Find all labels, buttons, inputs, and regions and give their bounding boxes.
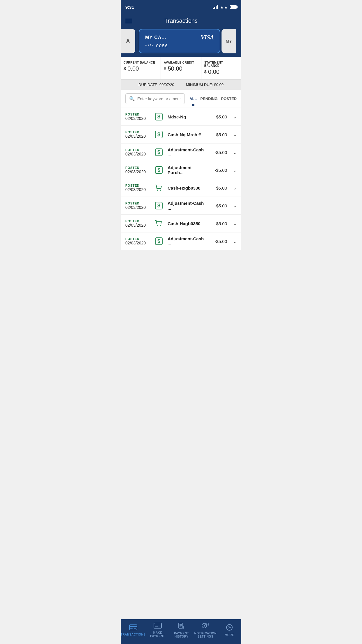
available-credit: AVAILABLE CREDIT $ 50.00 bbox=[161, 57, 201, 79]
txn-date-col: POSTED 02/03/2020 bbox=[125, 219, 150, 228]
filter-tab-posted[interactable]: POSTED bbox=[221, 95, 237, 102]
card-brand: VISA bbox=[201, 34, 214, 41]
chevron-down-icon: ⌄ bbox=[233, 150, 237, 155]
chevron-down-icon: ⌄ bbox=[233, 221, 237, 226]
svg-text:$: $ bbox=[157, 149, 160, 155]
txn-status: POSTED bbox=[125, 219, 150, 223]
svg-point-12 bbox=[157, 225, 158, 226]
txn-amount: -$5.00 bbox=[210, 203, 227, 208]
txn-status: POSTED bbox=[125, 148, 150, 152]
battery-icon bbox=[230, 5, 237, 9]
txn-status: POSTED bbox=[125, 113, 150, 116]
txn-date: 02/03/2020 bbox=[125, 169, 150, 174]
previous-card[interactable]: A bbox=[121, 29, 135, 53]
txn-amount: -$5.00 bbox=[210, 168, 227, 173]
txn-amount: $5.00 bbox=[210, 114, 227, 119]
txn-name: Cash-Hxgb0330 bbox=[168, 186, 206, 190]
transaction-item[interactable]: POSTED 02/03/2020 $ Mdse-Nq $5.00 ⌄ bbox=[121, 108, 241, 126]
statement-balance: STATEMENT BALANCE $ 0.00 bbox=[201, 57, 241, 79]
due-date-bar: DUE DATE: 09/07/20 MINIMUM DUE: $0.00 bbox=[121, 80, 241, 90]
txn-date-col: POSTED 02/03/2020 bbox=[125, 166, 150, 174]
filter-tab-all[interactable]: ALL bbox=[189, 95, 197, 102]
current-balance: CURRENT BALANCE $ 0.00 bbox=[121, 57, 161, 79]
txn-icon: $ bbox=[154, 147, 164, 158]
balance-row: CURRENT BALANCE $ 0.00 AVAILABLE CREDIT … bbox=[121, 57, 241, 80]
chevron-down-icon: ⌄ bbox=[233, 114, 237, 120]
status-time: 9:31 bbox=[125, 5, 134, 10]
transaction-item[interactable]: POSTED 02/03/2020 $ Cash-Nq Mrch # $5.00… bbox=[121, 126, 241, 144]
txn-name: Cash-Nq Mrch # bbox=[168, 132, 206, 137]
txn-icon: $ bbox=[154, 200, 164, 211]
active-card[interactable]: MY CA... VISA **** 0056 bbox=[139, 29, 220, 53]
svg-text:$: $ bbox=[157, 114, 160, 120]
txn-date: 02/03/2020 bbox=[125, 187, 150, 192]
svg-point-13 bbox=[160, 225, 161, 226]
txn-icon: $ bbox=[154, 165, 164, 175]
txn-date: 02/03/2020 bbox=[125, 152, 150, 156]
filter-tabs: ALL PENDING POSTED bbox=[189, 95, 237, 102]
txn-amount: $5.00 bbox=[210, 186, 227, 190]
transaction-item[interactable]: POSTED 02/03/2020 $ Adjustment-Purch... … bbox=[121, 161, 241, 179]
txn-date-col: POSTED 02/03/2020 bbox=[125, 148, 150, 156]
search-input[interactable] bbox=[137, 97, 181, 101]
txn-amount: -$5.00 bbox=[210, 239, 227, 244]
next-card[interactable]: MY bbox=[222, 29, 236, 53]
wifi-icon: ▲▲ bbox=[220, 5, 228, 9]
txn-status: POSTED bbox=[125, 130, 150, 134]
chevron-down-icon: ⌄ bbox=[233, 132, 237, 137]
transaction-item[interactable]: POSTED 02/03/2020 $ Adjustment-Cash ... … bbox=[121, 144, 241, 161]
txn-amount: $5.00 bbox=[210, 221, 227, 226]
transaction-item[interactable]: POSTED 02/03/2020 Cash-Hxgb0350 $5.00 ⌄ bbox=[121, 215, 241, 232]
svg-text:$: $ bbox=[157, 203, 160, 209]
filter-tab-pending[interactable]: PENDING bbox=[200, 95, 217, 102]
card-carousel[interactable]: A MY CA... VISA **** 0056 MY bbox=[121, 29, 241, 57]
txn-status: POSTED bbox=[125, 237, 150, 241]
chevron-down-icon: ⌄ bbox=[233, 185, 237, 191]
menu-button[interactable] bbox=[125, 19, 132, 23]
txn-icon: $ bbox=[154, 236, 164, 246]
txn-icon bbox=[154, 183, 164, 193]
chevron-down-icon: ⌄ bbox=[233, 203, 237, 209]
app-header: Transactions bbox=[121, 13, 241, 29]
txn-icon: $ bbox=[154, 129, 164, 140]
txn-status: POSTED bbox=[125, 202, 150, 205]
txn-name: Mdse-Nq bbox=[168, 114, 206, 119]
transaction-item[interactable]: POSTED 02/03/2020 $ Adjustment-Cash ... … bbox=[121, 232, 241, 250]
txn-date-col: POSTED 02/03/2020 bbox=[125, 237, 150, 245]
txn-icon bbox=[154, 218, 164, 229]
txn-date-col: POSTED 02/03/2020 bbox=[125, 130, 150, 139]
txn-name: Adjustment-Purch... bbox=[168, 165, 206, 175]
search-filter-row: 🔍 ALL PENDING POSTED bbox=[121, 90, 241, 108]
svg-point-8 bbox=[157, 190, 158, 191]
search-icon: 🔍 bbox=[129, 96, 135, 102]
txn-status: POSTED bbox=[125, 166, 150, 169]
transaction-item[interactable]: POSTED 02/03/2020 Cash-Hxgb0330 $5.00 ⌄ bbox=[121, 179, 241, 197]
txn-date: 02/03/2020 bbox=[125, 223, 150, 228]
page-title: Transactions bbox=[164, 18, 198, 24]
svg-text:$: $ bbox=[157, 167, 160, 173]
txn-date-col: POSTED 02/03/2020 bbox=[125, 113, 150, 121]
card-name: MY CA... bbox=[145, 35, 166, 40]
txn-date: 02/03/2020 bbox=[125, 116, 150, 121]
txn-name: Cash-Hxgb0350 bbox=[168, 221, 206, 226]
txn-name: Adjustment-Cash ... bbox=[168, 147, 206, 157]
txn-amount: -$5.00 bbox=[210, 150, 227, 155]
minimum-due: MINIMUM DUE: $0.00 bbox=[186, 83, 224, 87]
search-box[interactable]: 🔍 bbox=[125, 93, 185, 104]
txn-amount: $5.00 bbox=[210, 132, 227, 137]
transaction-item[interactable]: POSTED 02/03/2020 $ Adjustment-Cash ... … bbox=[121, 197, 241, 215]
due-date: DUE DATE: 09/07/20 bbox=[138, 83, 174, 87]
svg-text:$: $ bbox=[157, 238, 160, 244]
txn-date-col: POSTED 02/03/2020 bbox=[125, 202, 150, 210]
txn-name: Adjustment-Cash ... bbox=[168, 201, 206, 211]
chevron-down-icon: ⌄ bbox=[233, 239, 237, 244]
chevron-down-icon: ⌄ bbox=[233, 167, 237, 173]
txn-date: 02/03/2020 bbox=[125, 241, 150, 245]
status-bar: 9:31 ▲▲ bbox=[121, 0, 241, 13]
txn-name: Adjustment-Cash ... bbox=[168, 236, 206, 246]
card-number: **** 0056 bbox=[145, 43, 214, 48]
txn-date: 02/03/2020 bbox=[125, 134, 150, 139]
txn-icon: $ bbox=[154, 111, 164, 122]
status-icons: ▲▲ bbox=[213, 5, 237, 9]
txn-status: POSTED bbox=[125, 184, 150, 187]
